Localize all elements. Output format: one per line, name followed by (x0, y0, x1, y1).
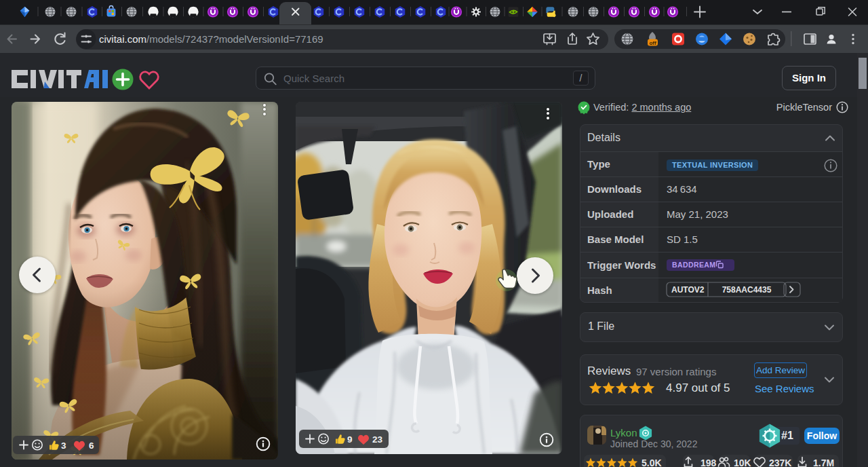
svg-text:AUTOV2: AUTOV2 (671, 285, 705, 295)
svg-text:9: 9 (347, 434, 353, 445)
svg-text:3: 3 (61, 441, 66, 451)
svg-text:Quick Search: Quick Search (283, 73, 344, 84)
svg-text:civitai.com/models/72437?model: civitai.com/models/72437?modelVersionId=… (99, 33, 323, 45)
svg-text:6: 6 (89, 441, 94, 451)
svg-text:758AAC4435: 758AAC4435 (722, 285, 772, 295)
svg-text:off: off (649, 40, 656, 46)
svg-text:23: 23 (372, 434, 383, 445)
